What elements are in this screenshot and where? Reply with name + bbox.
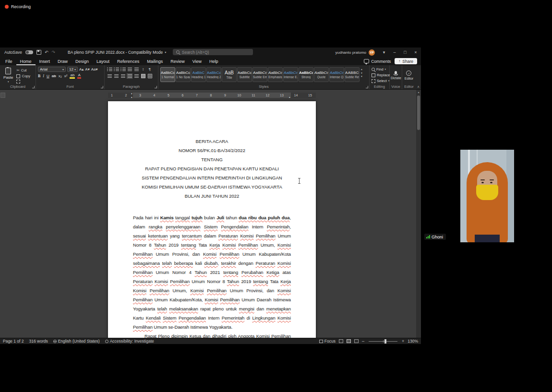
zoom-level[interactable]: 130% bbox=[408, 339, 418, 344]
page-count[interactable]: Page 1 of 2 bbox=[3, 339, 24, 344]
font-size-select[interactable]: 12 ▾ bbox=[67, 67, 78, 72]
style-subtle-em[interactable]: AaBbCcDSubtle Em... bbox=[252, 67, 267, 82]
save-icon[interactable] bbox=[36, 50, 41, 55]
sort-button[interactable]: ↕ bbox=[140, 67, 146, 72]
minimize-icon[interactable]: – bbox=[389, 48, 400, 57]
grow-font-button[interactable]: A▴ bbox=[79, 68, 84, 71]
style-intense-e[interactable]: AaBbCcDIntense E... bbox=[283, 67, 298, 82]
close-icon[interactable]: × bbox=[410, 48, 421, 57]
multilevel-list-button[interactable] bbox=[120, 67, 126, 72]
tab-layout[interactable]: Layout bbox=[93, 57, 113, 65]
document-page[interactable]: BERITA ACARANOMOR 56/PK.01-BA/34/2/2022T… bbox=[108, 101, 316, 338]
tab-mailings[interactable]: Mailings bbox=[143, 57, 167, 65]
tab-insert[interactable]: Insert bbox=[36, 57, 54, 65]
zoom-slider[interactable] bbox=[369, 341, 397, 342]
align-right-button[interactable] bbox=[120, 73, 126, 79]
right-indent-marker[interactable]: ▴ bbox=[289, 96, 290, 98]
justify-button[interactable] bbox=[127, 73, 132, 79]
style-title[interactable]: AaBTitle bbox=[222, 67, 237, 82]
editor-button[interactable]: ✓ Editor bbox=[405, 71, 413, 80]
tab-design[interactable]: Design bbox=[72, 57, 93, 65]
tab-stop-selector[interactable] bbox=[0, 93, 5, 98]
shading-button[interactable] bbox=[140, 73, 146, 79]
styles-more-icon[interactable]: ▾ bbox=[361, 75, 362, 78]
search-input[interactable]: Search (Alt+Q) bbox=[173, 49, 253, 55]
strikethrough-button[interactable]: ab bbox=[52, 74, 56, 78]
line-spacing-button[interactable] bbox=[133, 73, 139, 79]
styles-dialog-launcher[interactable] bbox=[366, 86, 368, 88]
highlight-color-button[interactable]: ab bbox=[70, 73, 75, 79]
style-strong[interactable]: AaBbCcDStrong bbox=[299, 67, 313, 82]
comments-button[interactable]: Comments bbox=[364, 59, 391, 64]
show-marks-button[interactable]: ¶ bbox=[147, 67, 153, 72]
maximize-icon[interactable]: □ bbox=[400, 48, 410, 57]
styles-scroll-down-icon[interactable]: ▾ bbox=[361, 72, 362, 75]
style-intense-q[interactable]: AaBbCcDIntense Q... bbox=[329, 67, 344, 82]
bold-button[interactable]: B bbox=[38, 74, 40, 78]
zoom-slider-thumb[interactable] bbox=[384, 339, 386, 344]
bullets-button[interactable] bbox=[107, 67, 112, 72]
redo-icon[interactable]: ↷ bbox=[51, 50, 55, 55]
tab-home[interactable]: Home bbox=[16, 57, 36, 65]
zoom-in-button[interactable]: + bbox=[402, 339, 404, 344]
tab-file[interactable]: File bbox=[1, 57, 16, 65]
change-case-button[interactable]: Aa▾ bbox=[91, 68, 98, 71]
user-name[interactable]: yudhanto pratomo bbox=[336, 50, 367, 55]
participant-video[interactable] bbox=[460, 150, 514, 242]
styles-scroll-up-icon[interactable]: ▴ bbox=[361, 68, 362, 71]
scroll-up-icon[interactable]: ▴ bbox=[416, 91, 421, 94]
accessibility-status[interactable]: Accessibility: Investigate bbox=[105, 339, 154, 344]
avatar[interactable]: YP bbox=[369, 49, 375, 56]
read-mode-button[interactable] bbox=[339, 339, 343, 343]
style-1-no-spac[interactable]: AaBbCcDc1 No Spac... bbox=[176, 67, 191, 82]
font-name-select[interactable]: Arial ▾ bbox=[38, 67, 66, 72]
align-left-button[interactable] bbox=[107, 73, 112, 79]
style-subtitle[interactable]: AaBbCcCSubtitle bbox=[237, 67, 252, 82]
tab-help[interactable]: Help bbox=[205, 57, 222, 65]
title-dropdown-icon[interactable]: ▾ bbox=[165, 51, 166, 54]
increase-indent-button[interactable] bbox=[133, 67, 139, 72]
replace-button[interactable]: Replace bbox=[372, 73, 387, 77]
hanging-indent-marker[interactable]: ▴ bbox=[131, 96, 132, 98]
tab-view[interactable]: View bbox=[189, 57, 205, 65]
subscript-button[interactable]: x₂ bbox=[59, 74, 62, 78]
vertical-scrollbar[interactable]: ▴ bbox=[416, 90, 421, 338]
copy-button[interactable]: Copy bbox=[16, 74, 30, 78]
word-count[interactable]: 316 words bbox=[29, 339, 48, 344]
collapse-ribbon-icon[interactable]: ∧ bbox=[417, 85, 420, 88]
shrink-font-button[interactable]: A▾ bbox=[85, 68, 89, 71]
style-quote[interactable]: AaBbCcDQuote bbox=[314, 67, 329, 82]
italic-button[interactable]: I bbox=[43, 74, 44, 78]
underline-button[interactable]: U bbox=[47, 74, 49, 78]
superscript-button[interactable]: x² bbox=[64, 74, 68, 78]
ribbon-options-icon[interactable]: ▾ bbox=[379, 48, 389, 57]
font-color-button[interactable]: A bbox=[77, 73, 81, 79]
scrollbar-thumb[interactable] bbox=[417, 95, 420, 130]
print-layout-button[interactable] bbox=[347, 339, 351, 343]
styles-scroll[interactable]: ▴ ▾ ▾ bbox=[361, 67, 362, 78]
undo-icon[interactable]: ↶ bbox=[45, 50, 48, 55]
first-line-indent-marker[interactable]: ▾ bbox=[131, 93, 132, 95]
borders-button[interactable] bbox=[147, 73, 153, 79]
decrease-indent-button[interactable] bbox=[127, 67, 132, 72]
format-painter-button[interactable] bbox=[16, 80, 30, 83]
style-emphasis[interactable]: AaBbCcDEmphasis bbox=[268, 67, 283, 82]
tab-review[interactable]: Review bbox=[167, 57, 189, 65]
numbering-button[interactable] bbox=[113, 67, 119, 72]
horizontal-ruler[interactable]: ▾ ▴ ▴ 123456789101112131415 bbox=[108, 93, 316, 98]
find-button[interactable]: Find ▾ bbox=[372, 67, 387, 71]
align-center-button[interactable] bbox=[113, 73, 119, 79]
focus-button[interactable]: Focus bbox=[319, 339, 336, 344]
share-button[interactable]: ↑ Share bbox=[395, 58, 417, 64]
zoom-out-button[interactable]: – bbox=[362, 339, 364, 344]
autosave-toggle[interactable] bbox=[25, 50, 33, 54]
paste-button[interactable]: Paste ▾ bbox=[2, 67, 14, 83]
style-1-normal[interactable]: AaBbCcDc1 Normal bbox=[160, 67, 175, 82]
style-subtle-ref[interactable]: AABBCCDSubtle Ref... bbox=[345, 67, 360, 82]
select-button[interactable]: Select ▾ bbox=[372, 79, 387, 83]
clipboard-dialog-launcher[interactable] bbox=[32, 86, 35, 88]
style-heading-1[interactable]: AaBbCHeading 1 bbox=[191, 67, 206, 82]
web-layout-button[interactable] bbox=[354, 339, 359, 343]
font-dialog-launcher[interactable] bbox=[101, 86, 103, 88]
cut-button[interactable]: ✂ Cut bbox=[16, 68, 30, 72]
